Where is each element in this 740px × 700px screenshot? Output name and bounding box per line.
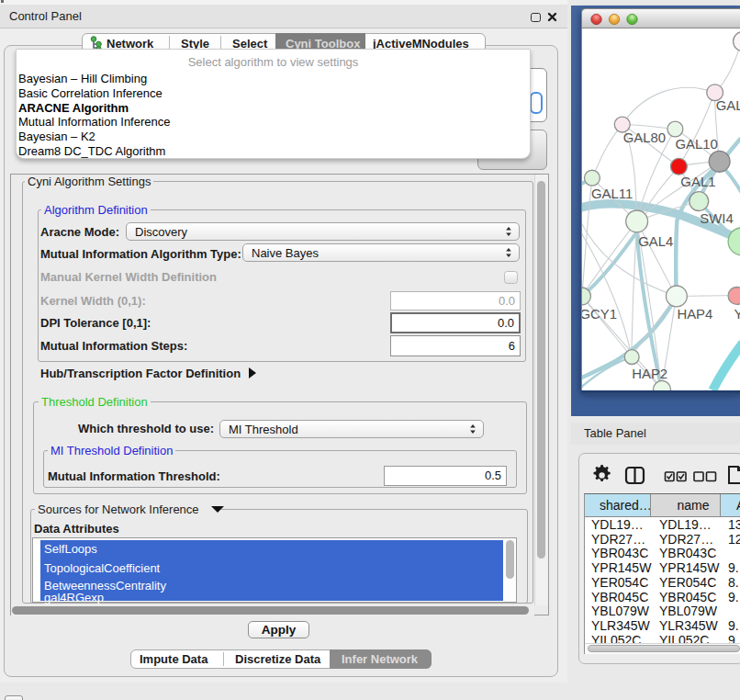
svg-text:GAL4: GAL4: [638, 234, 673, 249]
svg-text:GAL10: GAL10: [675, 137, 717, 152]
svg-text:GAL11: GAL11: [591, 186, 633, 201]
svg-text:Y: Y: [734, 307, 740, 322]
svg-text:HAP2: HAP2: [632, 367, 667, 381]
svg-text:GAL80: GAL80: [623, 130, 666, 145]
svg-text:GAL1: GAL1: [680, 175, 715, 189]
svg-text:SWI4: SWI4: [700, 211, 733, 226]
svg-text:GAL7: GAL7: [716, 98, 740, 113]
svg-text:GCY1: GCY1: [581, 307, 617, 322]
svg-text:HAP4: HAP4: [677, 307, 712, 322]
